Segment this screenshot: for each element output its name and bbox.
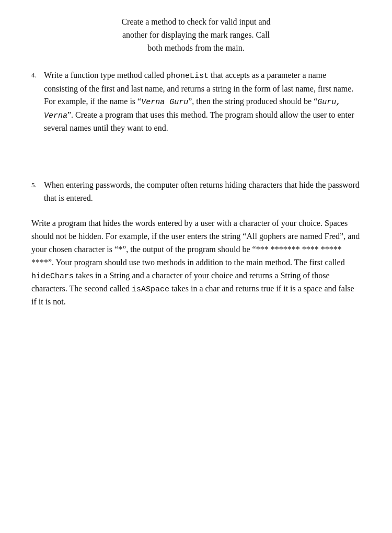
verna-guru-example: Verna Guru — [141, 98, 188, 107]
write-program-block: Write a program that hides the words ent… — [31, 217, 361, 308]
page-container: Create a method to check for valid input… — [31, 16, 361, 309]
guru-verna-example: Guru, Verna — [44, 98, 341, 120]
item-5-number: 5. — [31, 179, 44, 190]
isASpace-code: isASpace — [132, 285, 169, 294]
item-4: 4. Write a function type method called p… — [31, 69, 361, 134]
item-5-text: When entering passwords, the computer of… — [44, 179, 361, 205]
item-4-content: Write a function type method called phon… — [44, 69, 361, 134]
write-program-text: Write a program that hides the words ent… — [31, 217, 361, 308]
intro-line2: another for displaying the mark ranges. … — [52, 29, 340, 42]
item-5: 5. When entering passwords, the computer… — [31, 179, 361, 205]
phoneList-code: phoneList — [166, 72, 209, 81]
intro-line3: both methods from the main. — [52, 42, 340, 55]
hideChars-code: hideChars — [31, 272, 74, 281]
intro-line1: Create a method to check for valid input… — [52, 16, 340, 29]
spacer — [31, 148, 361, 179]
item-4-text: Write a function type method called phon… — [44, 69, 361, 134]
intro-block: Create a method to check for valid input… — [31, 16, 361, 54]
item-4-number: 4. — [31, 69, 44, 81]
item-5-content: When entering passwords, the computer of… — [44, 179, 361, 205]
